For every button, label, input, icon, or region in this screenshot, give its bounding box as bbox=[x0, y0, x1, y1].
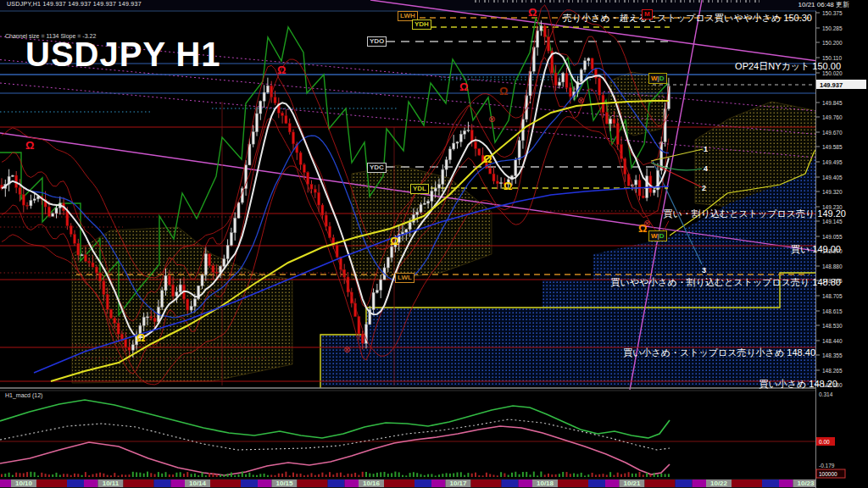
svg-text:148.440: 148.440 bbox=[822, 338, 843, 344]
week-day-open-label-1: W|D bbox=[648, 230, 667, 241]
current-price-box: 149.937 bbox=[820, 81, 843, 89]
circle-cross-marker-3: ⊗ bbox=[643, 219, 650, 227]
trade-note-3: 買い 149.00 bbox=[791, 243, 841, 256]
svg-text:10/14: 10/14 bbox=[189, 480, 207, 487]
omega-marker-5: Ω bbox=[483, 154, 492, 164]
omega-marker-6: Ω bbox=[504, 181, 512, 191]
svg-text:149.585: 149.585 bbox=[822, 144, 843, 150]
svg-text:149.670: 149.670 bbox=[822, 130, 843, 136]
svg-text:149.055: 149.055 bbox=[822, 234, 843, 240]
circle-cross-marker-1: ⊗ bbox=[488, 115, 495, 123]
time-axis[interactable]: 10/1010/1110/1410/1510/1610/1710/1810/21… bbox=[0, 479, 868, 488]
level-label-ydh: YDH bbox=[412, 19, 431, 30]
svg-text:10/10: 10/10 bbox=[15, 480, 33, 487]
circle-cross-marker-0: ⊗ bbox=[343, 346, 350, 353]
trade-note-6: 買い小さめ 148.20 bbox=[760, 378, 837, 391]
trade-note-1: OP24日NYカット 150.00 bbox=[735, 60, 841, 73]
omega-marker-1: Ω bbox=[277, 65, 286, 75]
svg-text:150.200: 150.200 bbox=[822, 40, 843, 46]
svg-text:10/16: 10/16 bbox=[363, 480, 381, 487]
svg-text:10/23: 10/23 bbox=[797, 480, 815, 487]
indicator-label: H1_macd (12) bbox=[5, 392, 42, 398]
svg-text:10/15: 10/15 bbox=[275, 480, 293, 487]
svg-text:-0.179: -0.179 bbox=[819, 463, 835, 469]
svg-text:148.615: 148.615 bbox=[822, 308, 843, 314]
svg-text:148.880: 148.880 bbox=[822, 263, 843, 269]
symbol-title: USDJPY H1 bbox=[25, 36, 221, 74]
omega-marker-7: Ω bbox=[136, 333, 145, 343]
svg-text:10/18: 10/18 bbox=[537, 480, 554, 487]
circle-cross-marker-2: ⊗ bbox=[577, 97, 584, 104]
svg-text:10/11: 10/11 bbox=[103, 480, 120, 487]
fan-label-1: 1 bbox=[704, 145, 708, 153]
svg-text:148.530: 148.530 bbox=[822, 323, 843, 329]
svg-text:149.405: 149.405 bbox=[822, 175, 843, 180]
level-label-ydl: YDL bbox=[410, 184, 429, 194]
svg-text:149.495: 149.495 bbox=[822, 159, 843, 165]
svg-text:149.320: 149.320 bbox=[822, 189, 843, 195]
omega-marker-0: Ω bbox=[25, 141, 34, 151]
svg-text:148.705: 148.705 bbox=[822, 293, 843, 299]
svg-text:150.375: 150.375 bbox=[822, 10, 843, 16]
fan-label-2: 2 bbox=[702, 184, 706, 192]
level-label-ydo: YDO bbox=[367, 36, 387, 47]
svg-text:149.760: 149.760 bbox=[822, 114, 843, 120]
svg-text:0.00: 0.00 bbox=[819, 439, 830, 445]
level-label-ydc: YDC bbox=[367, 163, 387, 173]
fan-label-3: 3 bbox=[702, 266, 706, 274]
svg-text:10/17: 10/17 bbox=[449, 480, 467, 487]
svg-text:149.845: 149.845 bbox=[822, 100, 843, 106]
level-label-m: M bbox=[642, 9, 653, 19]
svg-text:0.314: 0.314 bbox=[819, 391, 833, 397]
svg-text:10/22: 10/22 bbox=[710, 480, 728, 487]
svg-text:148.265: 148.265 bbox=[822, 368, 843, 374]
omega-marker-4: Ω bbox=[499, 86, 508, 97]
trade-note-0: 売り小さめ・超えるとストップロス買いやや小さめ 150.30 bbox=[563, 12, 812, 25]
svg-text:10/21: 10/21 bbox=[623, 480, 641, 487]
svg-text:150.285: 150.285 bbox=[822, 25, 843, 31]
svg-text:148.355: 148.355 bbox=[822, 352, 843, 358]
level-label-lwl: LWL bbox=[395, 273, 415, 283]
clipped-top-note bbox=[475, 0, 763, 3]
omega-marker-8: Ω bbox=[390, 236, 398, 247]
mt4-chart-window: 10/1010/1110/1410/1510/1610/1710/1810/21… bbox=[0, 0, 868, 488]
last-updated-label: 10/21 06:48 更新 bbox=[798, 0, 849, 9]
omega-marker-2: Ω bbox=[528, 8, 537, 18]
trade-note-2: 買い・割り込むとストップロス売り 149.20 bbox=[663, 208, 846, 220]
trade-note-5: 買い小さめ・ストップロス売り小さめ 148.40 bbox=[623, 347, 815, 359]
ohlc-readout: USDJPY,H1 149.937 149.937 149.937 149.93… bbox=[7, 1, 142, 7]
trade-note-4: 買いやや小さめ・割り込むとストップロス売り 148.80 bbox=[610, 276, 841, 289]
svg-text:100000: 100000 bbox=[819, 471, 837, 477]
omega-marker-3: Ω bbox=[459, 82, 468, 92]
week-day-open-label-0: W|D bbox=[648, 73, 667, 84]
fan-label-4: 4 bbox=[704, 164, 708, 173]
